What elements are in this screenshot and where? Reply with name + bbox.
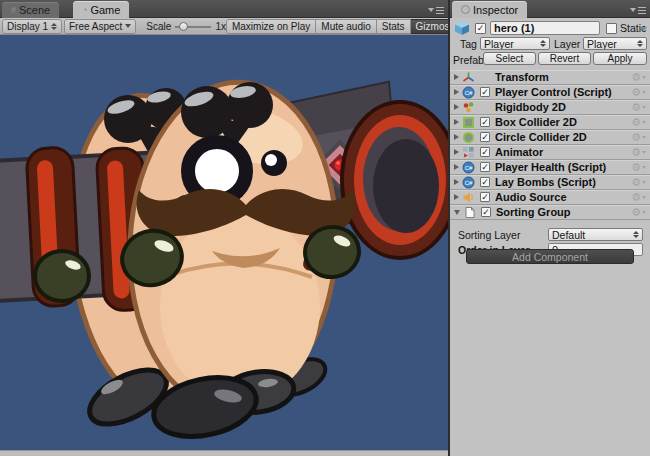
foldout-triangle-icon[interactable]: [454, 74, 459, 80]
panel-menu-icon[interactable]: [428, 6, 444, 14]
component-row[interactable]: ✓Sorting Group⚙: [450, 205, 650, 220]
foldout-triangle-icon[interactable]: [454, 179, 459, 185]
game-tabstrip: # Scene ◔ Game: [0, 0, 448, 18]
tag-value: Player: [484, 38, 514, 50]
component-name: Player Control (Script): [495, 86, 612, 98]
gameobject-header: ✓ hero (1) Static: [450, 20, 650, 36]
gear-icon[interactable]: ⚙: [631, 132, 646, 143]
display-dropdown[interactable]: Display 1: [2, 19, 62, 34]
script-icon: C#: [462, 86, 475, 99]
gear-dropdown-icon: [642, 196, 646, 199]
component-enabled-checkbox[interactable]: ✓: [480, 132, 490, 142]
popup-arrows-icon: [633, 231, 639, 238]
sorting-layer-row: Sorting Layer Default: [450, 228, 650, 242]
component-enabled-checkbox[interactable]: ✓: [480, 192, 490, 202]
component-name: Sorting Group: [496, 206, 571, 218]
maximize-on-play-button[interactable]: Maximize on Play: [226, 19, 316, 34]
unity-editor-window: # Scene ◔ Game Display 1 Free Aspect: [0, 0, 650, 456]
chevron-down-icon: [125, 24, 131, 28]
foldout-triangle-icon[interactable]: [454, 164, 459, 170]
tab-game[interactable]: ◔ Game: [73, 1, 129, 18]
transform-icon: [462, 71, 475, 84]
gear-icon[interactable]: ⚙: [631, 192, 646, 203]
gameobject-name-field[interactable]: hero (1): [490, 21, 600, 35]
component-row[interactable]: ✓Box Collider 2D⚙: [450, 115, 650, 130]
foldout-triangle-icon[interactable]: [454, 119, 459, 125]
component-row[interactable]: ✓Animator⚙: [450, 145, 650, 160]
gear-icon[interactable]: ⚙: [631, 147, 646, 158]
component-name: Audio Source: [495, 191, 567, 203]
sorting-layer-value: Default: [552, 229, 585, 241]
foldout-triangle-icon[interactable]: [454, 194, 459, 200]
gear-icon[interactable]: ⚙: [631, 102, 646, 113]
component-enabled-checkbox[interactable]: ✓: [480, 117, 490, 127]
tab-inspector-label: Inspector: [473, 4, 518, 16]
component-enabled-checkbox[interactable]: ✓: [480, 87, 490, 97]
svg-text:C#: C#: [465, 180, 473, 186]
tag-label: Tag: [460, 38, 477, 50]
component-enabled-checkbox[interactable]: ✓: [480, 147, 490, 157]
panel-menu-icon[interactable]: [630, 6, 646, 14]
game-panel: # Scene ◔ Game Display 1 Free Aspect: [0, 0, 448, 456]
component-enabled-checkbox[interactable]: ✓: [480, 177, 490, 187]
sorting-group-icon: [463, 206, 476, 219]
inspector-tabstrip: Inspector: [450, 0, 650, 18]
gear-dropdown-icon: [642, 151, 646, 154]
hero-sprite: [0, 35, 448, 450]
component-row[interactable]: Transform⚙: [450, 70, 650, 85]
component-row[interactable]: C#✓Player Control (Script)⚙: [450, 85, 650, 100]
tag-dropdown[interactable]: Player: [480, 37, 550, 50]
gear-dropdown-icon: [642, 211, 646, 214]
gear-icon[interactable]: ⚙: [631, 177, 646, 188]
add-component-button[interactable]: Add Component: [466, 249, 634, 264]
component-row[interactable]: C#✓Lay Bombs (Script)⚙: [450, 175, 650, 190]
gear-dropdown-icon: [642, 121, 646, 124]
gear-icon[interactable]: ⚙: [631, 162, 646, 173]
component-name: Box Collider 2D: [495, 116, 577, 128]
circle-collider-icon: [462, 131, 475, 144]
scale-slider[interactable]: [175, 22, 211, 31]
game-viewport: [0, 35, 448, 450]
slider-knob[interactable]: [179, 22, 188, 31]
gear-dropdown-icon: [642, 181, 646, 184]
script-icon: C#: [462, 161, 475, 174]
gear-icon[interactable]: ⚙: [631, 87, 646, 98]
tab-scene[interactable]: # Scene: [2, 2, 59, 18]
display-dropdown-value: Display 1: [7, 21, 48, 32]
foldout-triangle-icon[interactable]: [454, 89, 459, 95]
hamburger-icon: [436, 7, 444, 14]
prefab-apply-button[interactable]: Apply: [593, 52, 647, 65]
sorting-layer-dropdown[interactable]: Default: [548, 228, 643, 241]
foldout-triangle-icon[interactable]: [454, 104, 459, 110]
component-list: Transform⚙C#✓Player Control (Script)⚙Rig…: [450, 70, 650, 220]
stats-button[interactable]: Stats: [377, 19, 411, 34]
gear-dropdown-icon: [642, 136, 646, 139]
component-row[interactable]: Rigidbody 2D⚙: [450, 100, 650, 115]
prefab-revert-button[interactable]: Revert: [538, 52, 591, 65]
tab-game-label: Game: [90, 4, 120, 16]
gear-icon[interactable]: ⚙: [631, 207, 646, 218]
layer-dropdown[interactable]: Player: [583, 37, 647, 50]
foldout-triangle-icon[interactable]: [454, 149, 459, 155]
component-row[interactable]: ✓Audio Source⚙: [450, 190, 650, 205]
aspect-dropdown[interactable]: Free Aspect: [64, 19, 136, 34]
prefab-select-button[interactable]: Select: [483, 52, 536, 65]
tab-inspector[interactable]: Inspector: [452, 1, 527, 18]
static-dropdown-icon[interactable]: [641, 27, 647, 31]
scale-control: Scale 1x: [146, 21, 226, 32]
mute-audio-button[interactable]: Mute audio: [316, 19, 376, 34]
bazooka-muzzle: [342, 102, 448, 258]
component-row[interactable]: ✓Circle Collider 2D⚙: [450, 130, 650, 145]
static-checkbox[interactable]: [606, 23, 617, 34]
gear-icon[interactable]: ⚙: [631, 72, 646, 83]
foldout-triangle-icon[interactable]: [454, 134, 459, 140]
rigidbody2d-icon: [462, 101, 475, 114]
prefab-row: Prefab Select Revert Apply: [450, 52, 650, 66]
component-enabled-checkbox[interactable]: ✓: [480, 162, 490, 172]
foldout-triangle-icon[interactable]: [454, 210, 460, 215]
dropdown-triangle-icon: [428, 8, 434, 12]
component-enabled-checkbox[interactable]: ✓: [481, 207, 491, 217]
component-row[interactable]: C#✓Player Health (Script)⚙: [450, 160, 650, 175]
gameobject-enabled-checkbox[interactable]: ✓: [475, 23, 486, 34]
gear-icon[interactable]: ⚙: [631, 117, 646, 128]
